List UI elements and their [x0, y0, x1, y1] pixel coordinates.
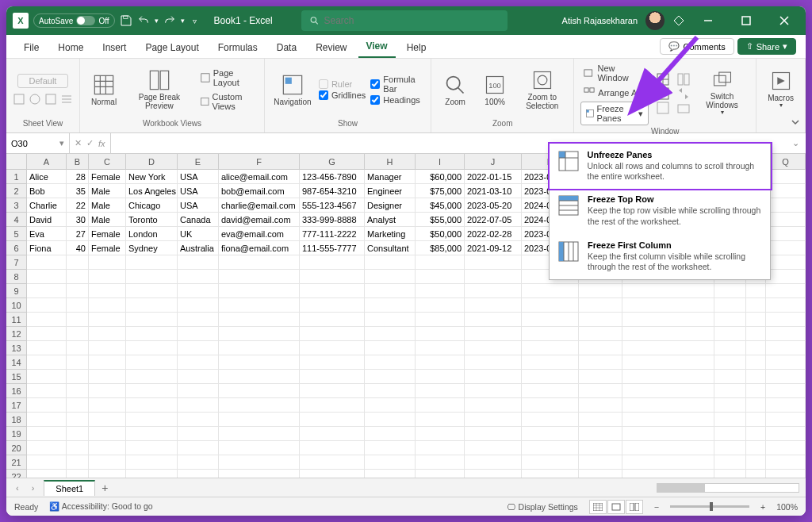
tab-page-layout[interactable]: Page Layout [137, 37, 206, 58]
cell[interactable]: Fiona [27, 241, 67, 255]
cell[interactable]: New York [126, 170, 178, 184]
cell[interactable]: 28 [67, 170, 89, 184]
cell[interactable] [27, 255, 67, 270]
cell[interactable]: alice@email.com [219, 170, 300, 184]
cell[interactable] [766, 298, 806, 313]
cell[interactable] [219, 370, 300, 384]
cell[interactable] [89, 384, 126, 398]
cell[interactable] [178, 327, 219, 341]
cell[interactable]: Male [89, 213, 126, 227]
row-header[interactable]: 6 [6, 241, 27, 255]
cell[interactable] [746, 355, 766, 370]
cell[interactable]: Manager [365, 170, 416, 184]
cell[interactable]: $60,000 [416, 170, 465, 184]
cell[interactable] [465, 255, 522, 270]
cell[interactable] [126, 370, 178, 384]
row-header[interactable]: 9 [6, 284, 27, 298]
cell[interactable] [622, 298, 714, 313]
cell[interactable] [714, 413, 746, 427]
cell[interactable] [365, 398, 416, 413]
sync-scroll-icon[interactable] [677, 87, 690, 100]
cell[interactable] [27, 441, 67, 455]
cell[interactable] [219, 427, 300, 441]
cell[interactable] [67, 327, 89, 341]
undo-icon[interactable] [137, 14, 150, 27]
cell[interactable] [126, 255, 178, 270]
cell[interactable]: Los Angeles [126, 184, 178, 198]
cell[interactable] [365, 427, 416, 441]
cell[interactable]: 555-123-4567 [300, 198, 365, 213]
cell[interactable] [766, 427, 806, 441]
cell[interactable] [579, 470, 622, 478]
cell[interactable] [622, 370, 714, 384]
reset-pos-icon[interactable] [677, 102, 690, 114]
row-header[interactable]: 1 [6, 170, 27, 184]
cell[interactable] [622, 313, 714, 327]
cell[interactable] [416, 270, 465, 284]
cell[interactable] [416, 398, 465, 413]
cell[interactable] [465, 355, 522, 370]
cell[interactable] [89, 270, 126, 284]
cell[interactable]: david@email.com [219, 213, 300, 227]
cell[interactable] [416, 341, 465, 355]
save-icon[interactable] [120, 14, 132, 27]
freeze-panes-button[interactable]: Freeze Panes▾ [580, 102, 649, 125]
zoom-out-button[interactable]: − [654, 502, 659, 512]
tab-insert[interactable]: Insert [94, 37, 134, 58]
page-break-button[interactable]: Page Break Preview [126, 63, 193, 116]
headings-checkbox[interactable]: Headings [370, 95, 424, 105]
cell[interactable] [766, 213, 806, 227]
cell[interactable] [178, 255, 219, 270]
cell[interactable] [67, 413, 89, 427]
cell[interactable] [766, 270, 806, 284]
cell[interactable] [714, 313, 746, 327]
cell[interactable] [27, 427, 67, 441]
cell[interactable] [416, 255, 465, 270]
cell[interactable] [178, 284, 219, 298]
cell[interactable]: 2023-05-20 [465, 198, 522, 213]
cell[interactable]: Female [89, 241, 126, 255]
cell[interactable] [465, 413, 522, 427]
chevron-down-icon[interactable]: ▾ [181, 17, 185, 25]
cell[interactable] [766, 241, 806, 255]
cell[interactable]: Male [89, 198, 126, 213]
cell[interactable] [465, 370, 522, 384]
avatar[interactable] [645, 11, 665, 30]
fx-icon[interactable]: fx [98, 139, 105, 148]
search-box[interactable] [301, 10, 508, 31]
cell[interactable] [89, 341, 126, 355]
cell[interactable] [219, 341, 300, 355]
freeze-top-row-item[interactable]: Freeze Top RowKeep the top row visible w… [550, 188, 770, 233]
cell[interactable] [178, 313, 219, 327]
cell[interactable] [300, 441, 365, 455]
col-header[interactable]: H [365, 154, 416, 169]
search-input[interactable] [324, 15, 499, 26]
cell[interactable] [27, 270, 67, 284]
cell[interactable] [126, 413, 178, 427]
cell[interactable]: $75,000 [416, 184, 465, 198]
cell[interactable] [746, 327, 766, 341]
cancel-formula-icon[interactable]: ✕ [75, 138, 82, 148]
cell[interactable] [579, 327, 622, 341]
cell[interactable] [27, 413, 67, 427]
display-settings-button[interactable]: 🖵 Display Settings [508, 502, 578, 512]
cell[interactable] [622, 441, 714, 455]
cell[interactable]: 35 [67, 184, 89, 198]
cell[interactable] [766, 341, 806, 355]
cell[interactable] [126, 470, 178, 478]
cell[interactable] [714, 327, 746, 341]
col-header[interactable]: G [300, 154, 365, 169]
cell[interactable] [365, 384, 416, 398]
page-layout-view-icon[interactable] [607, 500, 625, 514]
close-button[interactable] [769, 6, 799, 35]
cell[interactable] [219, 441, 300, 455]
cell[interactable]: Female [89, 170, 126, 184]
redo-icon[interactable] [163, 14, 176, 27]
cell[interactable] [27, 341, 67, 355]
comments-button[interactable]: 💬Comments [660, 38, 733, 55]
accessibility-status[interactable]: ♿ Accessibility: Good to go [49, 501, 152, 512]
cell[interactable] [766, 355, 806, 370]
cell[interactable] [465, 284, 522, 298]
cell[interactable] [126, 327, 178, 341]
cell[interactable]: Charlie [27, 198, 67, 213]
